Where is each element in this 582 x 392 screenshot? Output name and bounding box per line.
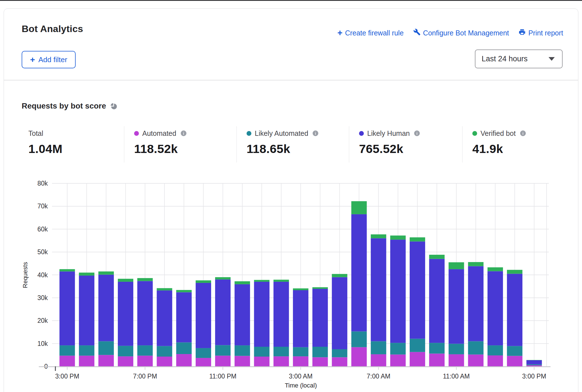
info-icon[interactable] (180, 130, 187, 137)
bar-segment-likely-human (488, 271, 503, 345)
bar-segment-likely-automated (371, 341, 386, 354)
configure-bot-management-label: Configure Bot Management (423, 29, 509, 37)
y-axis-tick-label: 20k (37, 317, 48, 324)
bar-segment-verified-bot (215, 277, 231, 280)
bar-segment-likely-automated (332, 349, 347, 357)
legend-dot-verified-bot (472, 131, 477, 136)
bar-segment-verified-bot (449, 262, 464, 269)
bar-segment-likely-human (526, 360, 542, 364)
bar-segment-verified-bot (196, 280, 211, 283)
requests-by-bot-score-chart: 010k20k30k40k50k60k70k80k3:00 PM7:00 PM1… (0, 174, 582, 392)
bar-segment-automated (137, 356, 153, 366)
legend-dot-likely-automated (247, 131, 251, 136)
bar-segment-likely-human (274, 282, 289, 347)
x-axis-tick-label: 7:00 PM (133, 373, 157, 380)
bar-segment-verified-bot (137, 278, 153, 281)
stats-row: Total 1.04M Automated 118.52k Likely Aut… (4, 126, 578, 163)
bar-segment-automated (468, 355, 484, 366)
bar-segment-likely-human (254, 282, 270, 347)
bar-segment-verified-bot (79, 272, 94, 276)
bar-segment-likely-human (196, 283, 211, 348)
bar-segment-likely-automated (157, 346, 172, 357)
bar-segment-verified-bot (526, 360, 542, 360)
bar-segment-automated (449, 354, 464, 366)
bar-segment-automated (293, 356, 308, 366)
printer-icon (518, 28, 526, 37)
plus-icon: + (30, 55, 35, 64)
time-range-dropdown[interactable]: Last 24 hours (475, 49, 563, 68)
y-axis-tick-label: 50k (37, 248, 48, 256)
bar-segment-verified-bot (118, 279, 133, 282)
x-axis-tick-label: 11:00 AM (443, 373, 470, 380)
bar-segment-likely-human (351, 214, 367, 332)
stat-label: Likely Human (367, 129, 410, 138)
create-firewall-rule-link[interactable]: + Create firewall rule (337, 29, 404, 37)
time-range-value: Last 24 hours (482, 55, 528, 63)
bar-segment-likely-automated (274, 347, 289, 356)
bar-segment-automated (118, 356, 133, 366)
section-title: Requests by bot score (22, 102, 106, 111)
bar-segment-likely-human (449, 269, 464, 344)
bar-segment-likely-human (312, 289, 328, 347)
x-axis-tick-label: 3:00 PM (55, 373, 79, 380)
bar-segment-verified-bot (254, 280, 270, 282)
bar-segment-verified-bot (274, 280, 289, 282)
bar-segment-verified-bot (312, 287, 328, 289)
legend-dot-likely-human (359, 131, 364, 136)
bar-segment-automated (526, 365, 542, 366)
info-icon[interactable] (312, 130, 319, 137)
x-axis-tick-label: 7:00 AM (367, 373, 390, 380)
bar-segment-likely-human (507, 274, 522, 346)
bar-segment-automated (488, 355, 503, 366)
page-title: Bot Analytics (22, 23, 83, 34)
bar-segment-automated (254, 357, 270, 366)
y-axis-tick-label: 80k (37, 180, 48, 187)
add-filter-label: Add filter (39, 55, 67, 64)
print-report-link[interactable]: Print report (518, 28, 563, 37)
bar-segment-likely-automated (293, 347, 308, 357)
stat-label: Likely Automated (255, 129, 308, 138)
configure-bot-management-link[interactable]: Configure Bot Management (413, 28, 509, 37)
bar-segment-likely-automated (196, 348, 211, 358)
bar-segment-likely-human (468, 266, 484, 341)
bar-segment-likely-human (234, 284, 250, 345)
bar-segment-likely-human (60, 271, 75, 345)
y-axis-tick-label: 70k (37, 202, 48, 210)
bar-segment-likely-human (118, 282, 133, 346)
bar-segment-likely-automated (60, 345, 75, 356)
bar-segment-likely-automated (526, 364, 542, 365)
bar-segment-automated (351, 347, 367, 366)
create-firewall-rule-label: Create firewall rule (345, 29, 403, 37)
x-axis-tick-label: 11:00 PM (209, 373, 236, 380)
bar-segment-automated (196, 358, 211, 366)
bar-segment-automated (410, 352, 425, 366)
bar-segment-likely-automated (312, 347, 328, 357)
bar-segment-likely-human (137, 281, 153, 345)
wrench-icon (413, 28, 421, 37)
y-axis-tick-label: 10k (37, 340, 48, 347)
bar-segment-verified-bot (488, 267, 503, 271)
stat-value: 118.52k (134, 142, 236, 156)
stat-label: Automated (142, 129, 176, 138)
bar-segment-likely-human (293, 290, 308, 347)
print-report-label: Print report (528, 29, 563, 37)
bar-segment-verified-bot (507, 270, 522, 274)
bar-segment-automated (215, 356, 231, 366)
bar-segment-likely-human (157, 290, 172, 346)
bar-segment-verified-bot (468, 262, 484, 266)
section-title-row: Requests by bot score (22, 102, 118, 111)
bar-segment-automated (429, 353, 445, 366)
info-icon[interactable] (519, 130, 526, 137)
bar-segment-likely-automated (118, 346, 133, 356)
bar-segment-likely-automated (429, 343, 445, 353)
y-axis-tick-label: 60k (37, 226, 48, 233)
page-top-edge (0, 0, 582, 1)
bar-segment-verified-bot (351, 201, 367, 214)
stat-automated: Automated 118.52k (124, 126, 236, 163)
pie-chart-icon (110, 102, 118, 110)
bar-segment-likely-automated (215, 345, 231, 355)
x-axis-title: Time (local) (285, 382, 317, 389)
bar-segment-likely-human (429, 259, 445, 343)
info-icon[interactable] (413, 130, 420, 137)
add-filter-button[interactable]: + Add filter (22, 51, 76, 68)
